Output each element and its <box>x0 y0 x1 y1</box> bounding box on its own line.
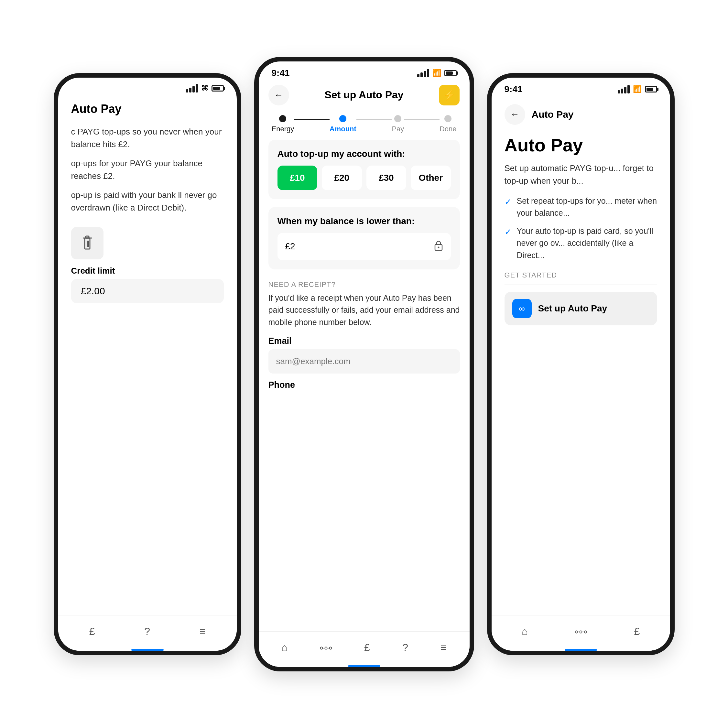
home-icon: ⌂ <box>281 642 288 654</box>
center-nav-dots[interactable] <box>320 642 332 654</box>
svg-point-15 <box>584 631 587 633</box>
step-label-energy: Energy <box>272 125 294 133</box>
right-nav-home[interactable]: ⌂ <box>522 626 528 638</box>
balance-value: £2 <box>285 241 295 252</box>
right-heading: Auto Pay <box>505 135 657 156</box>
step-line-1 <box>294 119 330 120</box>
topup-card: Auto top-up my account with: £10 £20 £30… <box>268 140 460 199</box>
right-nav-title: Auto Pay <box>532 109 574 120</box>
step-energy: Energy <box>272 115 294 133</box>
checkmark-icon-1: ✓ <box>505 196 512 208</box>
right-time: 9:41 <box>505 84 523 95</box>
right-status-icons: 📶 <box>618 85 657 93</box>
amount-btn-30[interactable]: £30 <box>366 165 407 190</box>
svg-point-8 <box>320 647 323 649</box>
infinity-icon: ∞ <box>519 304 525 314</box>
left-desc2: op-ups for your PAYG your balance reache… <box>71 157 224 182</box>
amount-btn-20[interactable]: £20 <box>322 165 362 190</box>
center-nav-menu[interactable]: ≡ <box>441 642 447 654</box>
amount-buttons: £10 £20 £30 Other <box>277 165 451 190</box>
left-bottom-nav: £ ? ≡ <box>58 615 237 651</box>
right-nav-dots[interactable] <box>575 626 587 638</box>
step-label-done: Done <box>439 125 457 133</box>
center-wifi-icon: 📶 <box>433 69 441 77</box>
wifi-icon: ⌘ <box>201 84 208 92</box>
step-dot-pay <box>394 115 401 122</box>
email-input[interactable] <box>268 349 460 373</box>
credit-limit-label: Credit limit <box>71 266 224 276</box>
phone-right: 9:41 📶 ← Auto Pay Auto Pay Set up automa… <box>487 73 674 655</box>
lightning-button[interactable]: ⚡ <box>439 85 460 106</box>
right-signal-icon <box>618 85 630 93</box>
check-text-1: Set repeat top-ups for yo... meter when … <box>517 195 657 219</box>
svg-point-10 <box>329 647 332 649</box>
checkmark-icon-2: ✓ <box>505 226 512 239</box>
dots-icon <box>320 642 332 654</box>
right-bottom-nav: ⌂ £ <box>492 615 670 651</box>
center-time: 9:41 <box>272 68 290 78</box>
center-nav: ← Set up Auto Pay ⚡ <box>259 81 470 112</box>
left-nav-menu[interactable]: ≡ <box>200 626 206 638</box>
center-bottom-nav: ⌂ £ ? ≡ <box>259 631 470 667</box>
center-nav-pounds[interactable]: £ <box>364 642 370 654</box>
step-dot-amount <box>339 115 346 122</box>
email-label: Email <box>268 336 460 346</box>
setup-autopay-button[interactable]: ∞ Set up Auto Pay <box>505 292 657 325</box>
svg-point-14 <box>580 631 582 633</box>
stepper: Energy Amount Pay Done <box>259 112 470 140</box>
amount-btn-other[interactable]: Other <box>411 165 451 190</box>
center-nav-help[interactable]: ? <box>402 642 408 654</box>
right-dots-icon <box>575 626 587 638</box>
svg-point-7 <box>437 246 439 248</box>
right-home-icon: ⌂ <box>522 626 528 638</box>
step-line-3 <box>404 119 439 120</box>
trash-icon <box>81 236 94 251</box>
menu-icon: ≡ <box>200 626 206 638</box>
setup-autopay-label: Set up Auto Pay <box>538 303 607 314</box>
receipt-section: NEED A RECEIPT? If you'd like a receipt … <box>259 277 470 400</box>
lightning-icon: ⚡ <box>444 89 455 101</box>
balance-card: When my balance is lower than: £2 <box>268 207 460 269</box>
left-content: Auto Pay c PAYG top-ups so you never whe… <box>58 96 237 309</box>
step-line-2 <box>356 119 392 120</box>
right-battery-icon <box>645 86 657 92</box>
center-menu-icon: ≡ <box>441 642 447 654</box>
svg-point-9 <box>325 647 327 649</box>
back-arrow-icon: ← <box>274 90 283 100</box>
right-wifi-icon: 📶 <box>633 85 642 93</box>
right-pounds-icon: £ <box>634 626 640 638</box>
center-status-icons: 📶 <box>417 69 457 77</box>
left-nav-pounds[interactable]: £ <box>89 626 95 638</box>
center-battery-icon <box>444 70 457 76</box>
credit-limit-value: £2.00 <box>71 279 224 303</box>
step-dot-energy <box>279 115 286 122</box>
signal-icon <box>186 84 198 92</box>
right-status-bar: 9:41 📶 <box>492 78 670 98</box>
right-nav-indicator <box>565 649 597 651</box>
balance-input: £2 <box>277 233 451 260</box>
phone-center: 9:41 📶 ← Set up Auto Pay ⚡ <box>254 57 474 671</box>
right-back-button[interactable]: ← <box>505 104 525 125</box>
left-title: Auto Pay <box>71 102 224 116</box>
center-nav-title: Set up Auto Pay <box>324 89 403 101</box>
amount-btn-10[interactable]: £10 <box>277 165 318 190</box>
battery-icon <box>211 85 224 92</box>
left-credit-section: Credit limit £2.00 <box>71 227 224 303</box>
pounds-icon: £ <box>89 626 95 638</box>
infinity-icon-box: ∞ <box>512 299 532 318</box>
left-nav-help[interactable]: ? <box>144 626 150 638</box>
right-nav-pounds[interactable]: £ <box>634 626 640 638</box>
check-item-2: ✓ Your auto top-up is paid card, so you'… <box>505 225 657 262</box>
get-started-label: GET STARTED <box>505 271 657 280</box>
topup-card-title: Auto top-up my account with: <box>277 149 451 159</box>
back-button[interactable]: ← <box>268 85 289 106</box>
check-item-1: ✓ Set repeat top-ups for yo... meter whe… <box>505 195 657 219</box>
phone-label: Phone <box>268 380 460 390</box>
divider <box>505 284 657 285</box>
balance-card-title: When my balance is lower than: <box>277 216 451 226</box>
right-desc: Set up automatic PAYG top-u... forget to… <box>505 162 657 187</box>
left-desc3: op-up is paid with your bank ll never go… <box>71 189 224 214</box>
help-icon: ? <box>144 626 150 638</box>
center-nav-home[interactable]: ⌂ <box>281 642 288 654</box>
left-desc1: c PAYG top-ups so you never when your ba… <box>71 125 224 151</box>
